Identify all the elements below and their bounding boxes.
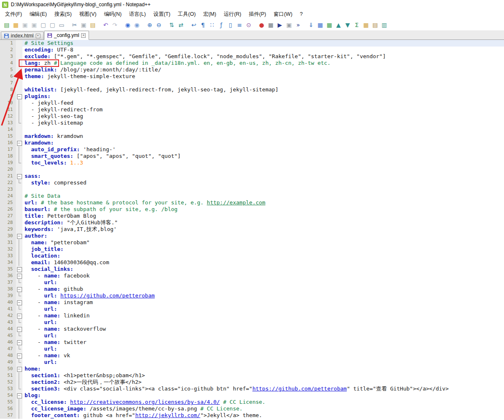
fold-toggle-icon[interactable]	[16, 326, 22, 332]
tab-index-html[interactable]: index.html×	[1, 32, 44, 39]
function-list-button[interactable]: ƒ	[217, 20, 226, 29]
code-text[interactable]: section3: <div class="social-links"><a c…	[22, 386, 504, 392]
fold-toggle-icon[interactable]	[16, 366, 22, 372]
code-text[interactable]: # Site Settings	[22, 40, 504, 47]
code-text[interactable]: encoding: UTF-8	[22, 47, 504, 53]
code-text[interactable]: toc_levels: 1..3	[22, 160, 504, 166]
sort-ascending-button[interactable]: ▲	[334, 20, 343, 29]
code-text[interactable]: - name: instagram	[22, 299, 504, 306]
zoom-in-button[interactable]: ⊕	[145, 20, 154, 29]
code-text[interactable]: - jekyll-seo-tag	[22, 113, 504, 120]
code-text[interactable]	[22, 166, 504, 173]
undo-button[interactable]: ↶	[101, 20, 110, 29]
code-text[interactable]: location:	[22, 253, 504, 259]
code-text[interactable]: url: # the base hostname & protocol for …	[22, 199, 504, 206]
close-file-button[interactable]: ▢	[39, 20, 48, 29]
code-text[interactable]: style: compressed	[22, 179, 504, 186]
menu-item-language[interactable]: 语言(L)	[125, 10, 149, 19]
code-text[interactable]: url: https://github.com/petterobam	[22, 292, 504, 299]
code-text[interactable]: author:	[22, 233, 504, 239]
code-text[interactable]: - name: github	[22, 286, 504, 292]
code-text[interactable]: url:	[22, 306, 504, 312]
tab-close-icon[interactable]: ×	[81, 33, 86, 38]
code-text[interactable]: theme: jekyll-theme-simple-texture	[22, 73, 504, 80]
save-all-button[interactable]: ▣	[30, 20, 39, 29]
menu-item-edit[interactable]: 编辑(E)	[26, 10, 51, 19]
code-text[interactable]: kramdown:	[22, 140, 504, 146]
find-button[interactable]: ◉	[123, 20, 132, 29]
code-text[interactable]: section1: <h1>petter&nbsp;obam</h1>	[22, 372, 504, 379]
save-file-button[interactable]: ▣	[20, 20, 30, 29]
document-map-button[interactable]: ▯	[226, 20, 235, 29]
code-text[interactable]	[22, 186, 504, 193]
cut-button[interactable]: ✂	[70, 20, 79, 29]
zoom-out-button[interactable]: ⊖	[154, 20, 163, 29]
menu-item-help[interactable]: ?	[296, 10, 306, 18]
code-text[interactable]: name: "petterobam"	[22, 239, 504, 246]
save-macro-button[interactable]: ▣	[284, 20, 294, 29]
code-text[interactable]: - jekyll-redirect-from	[22, 106, 504, 113]
code-text[interactable]: social_links:	[22, 266, 504, 273]
code-text[interactable]: - name: twitter	[22, 339, 504, 346]
sync-vertical-button[interactable]: ⇅	[167, 20, 176, 29]
open-file-button[interactable]: ▦	[11, 20, 20, 29]
code-text[interactable]: url:	[22, 279, 504, 286]
print-button[interactable]: ▭	[57, 20, 66, 29]
code-text[interactable]: permalink: /blog/:year/:month/:day/:titl…	[22, 66, 504, 73]
code-text[interactable]: job_title:	[22, 246, 504, 253]
fold-toggle-icon[interactable]	[16, 173, 22, 179]
indent-guide-button[interactable]: ∷	[208, 20, 217, 29]
menu-item-plugins[interactable]: 插件(P)	[245, 10, 270, 19]
code-text[interactable]: smart_quotes: ["apos", "apos", "quot", "…	[22, 153, 504, 160]
menu-item-view[interactable]: 视图(V)	[75, 10, 100, 19]
code-text[interactable]: footer_content: github <a href="http://j…	[22, 412, 504, 419]
code-text[interactable]: url:	[22, 359, 504, 366]
code-text[interactable]: exclude: ["*.gem", "*.gemspec", "Gemfile…	[22, 53, 504, 60]
playback-macro-button[interactable]: ▶	[275, 20, 284, 29]
plugin-clipboard-button[interactable]: ▤	[371, 20, 380, 29]
code-text[interactable]: - jekyll-sitemap	[22, 120, 504, 126]
plugin-import-button[interactable]: ⇓	[306, 20, 316, 29]
fold-toggle-icon[interactable]	[16, 266, 22, 273]
code-text[interactable]: sass:	[22, 173, 504, 179]
code-text[interactable]: cc_license: http://creativecommons.org/l…	[22, 399, 504, 405]
word-wrap-button[interactable]: ↩	[189, 20, 198, 29]
menu-item-encoding[interactable]: 编码(N)	[100, 10, 125, 19]
editor-area[interactable]: 1# Site Settings2encoding: UTF-83exclude…	[0, 40, 504, 420]
code-text[interactable]: markdown: kramdown	[22, 133, 504, 140]
plugin-grid-green-button[interactable]: ▦	[325, 20, 334, 29]
sort-descending-button[interactable]: ▼	[343, 20, 352, 29]
code-text[interactable]: - name: vk	[22, 352, 504, 359]
code-text[interactable]: # Site Data	[22, 193, 504, 199]
menu-item-settings[interactable]: 设置(T)	[150, 10, 174, 19]
code-text[interactable]: - name: facebook	[22, 273, 504, 279]
new-file-button[interactable]: ▤	[2, 20, 11, 29]
code-text[interactable]: url:	[22, 346, 504, 352]
monitoring-button[interactable]: ⊙	[244, 20, 253, 29]
fold-toggle-icon[interactable]	[16, 140, 22, 146]
run-macro-multiple-button[interactable]: »	[294, 20, 303, 29]
code-text[interactable]: whitelist: [jekyll-feed, jekyll-redirect…	[22, 86, 504, 93]
fold-toggle-icon[interactable]	[16, 286, 22, 292]
plugin-notes-button[interactable]: ▥	[380, 20, 389, 29]
copy-button[interactable]: ▣	[79, 20, 88, 29]
code-text[interactable]: plugins:	[22, 93, 504, 100]
fold-toggle-icon[interactable]	[16, 273, 22, 279]
code-text[interactable]: section2: <h2>一段代码，一个故事</h2>	[22, 379, 504, 386]
code-text[interactable]	[22, 80, 504, 86]
plugin-sum-button[interactable]: Σ	[352, 20, 361, 29]
fold-toggle-icon[interactable]	[16, 352, 22, 359]
code-text[interactable]: keywords: 'java,IT,技术,blog'	[22, 226, 504, 233]
sync-horizontal-button[interactable]: ⇄	[176, 20, 185, 29]
menu-item-macro[interactable]: 宏(M)	[200, 10, 220, 19]
show-all-characters-button[interactable]: ¶	[198, 20, 208, 29]
close-all-button[interactable]: ▢	[48, 20, 57, 29]
code-text[interactable]: home:	[22, 366, 504, 372]
code-text[interactable]: - jekyll-feed	[22, 100, 504, 106]
code-text[interactable]: - name: linkedin	[22, 312, 504, 319]
replace-button[interactable]: ◉	[132, 20, 141, 29]
fold-toggle-icon[interactable]	[16, 312, 22, 319]
code-text[interactable]: email: 1460300366@qq.com	[22, 259, 504, 266]
code-text[interactable]: baseurl: # the subpath of your site, e.g…	[22, 206, 504, 213]
fold-toggle-icon[interactable]	[16, 233, 22, 239]
